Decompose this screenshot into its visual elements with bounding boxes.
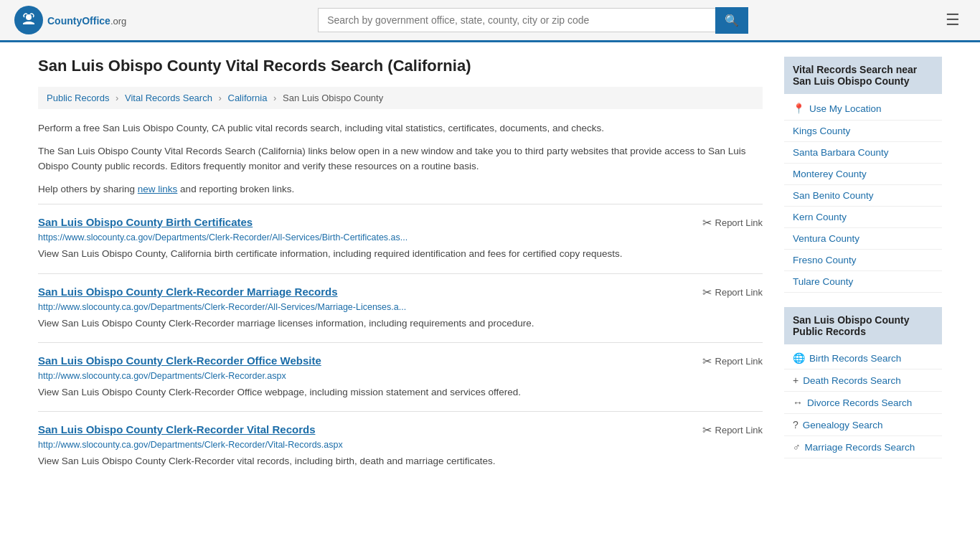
public-record-link-3[interactable]: ?Genealogy Search <box>784 414 942 436</box>
result-title-3[interactable]: San Luis Obispo County Clerk-Recorder Vi… <box>38 423 315 435</box>
public-record-link-1[interactable]: +Death Records Search <box>784 369 942 392</box>
public-record-link-0[interactable]: 🌐Birth Records Search <box>784 347 942 369</box>
result-item: San Luis Obispo County Clerk-Recorder Ma… <box>38 273 763 342</box>
public-records-section: San Luis Obispo County Public Records 🌐B… <box>784 307 942 458</box>
public-records-links: 🌐Birth Records Search+Death Records Sear… <box>784 347 942 458</box>
breadcrumb-vital-records[interactable]: Vital Records Search <box>125 93 212 103</box>
nearby-header: Vital Records Search near San Luis Obisp… <box>784 57 942 94</box>
description-1: Perform a free San Luis Obispo County, C… <box>38 121 763 136</box>
report-link-1[interactable]: ✂ Report Link <box>702 286 763 299</box>
result-header: San Luis Obispo County Clerk-Recorder Ma… <box>38 286 763 299</box>
nearby-county-1[interactable]: Santa Barbara County <box>784 142 942 164</box>
public-record-label-1: Death Records Search <box>803 375 901 386</box>
nearby-counties: Kings CountySanta Barbara CountyMonterey… <box>784 121 942 293</box>
divorce-icon: ↔ <box>793 397 803 408</box>
report-icon-2: ✂ <box>702 354 712 368</box>
report-link-3[interactable]: ✂ Report Link <box>702 423 763 437</box>
public-record-link-2[interactable]: ↔Divorce Records Search <box>784 392 942 414</box>
nearby-county-6[interactable]: Fresno County <box>784 250 942 271</box>
report-icon-3: ✂ <box>702 423 712 437</box>
result-title-1[interactable]: San Luis Obispo County Clerk-Recorder Ma… <box>38 286 338 298</box>
page-title: San Luis Obispo County Vital Records Sea… <box>38 57 763 75</box>
site-header: CountyOffice.org 🔍 ☰ <box>0 0 980 42</box>
location-icon: 📍 <box>793 103 805 114</box>
content-area: San Luis Obispo County Vital Records Sea… <box>38 57 763 480</box>
result-header: San Luis Obispo County Clerk-Recorder Of… <box>38 354 763 368</box>
public-records-header: San Luis Obispo County Public Records <box>784 307 942 344</box>
description-2: The San Luis Obispo County Vital Records… <box>38 143 763 174</box>
main-container: San Luis Obispo County Vital Records Sea… <box>24 42 956 494</box>
search-button[interactable]: 🔍 <box>715 7 748 34</box>
result-title-0[interactable]: San Luis Obispo County Birth Certificate… <box>38 216 253 228</box>
nearby-county-3[interactable]: San Benito County <box>784 185 942 207</box>
logo-area: CountyOffice.org <box>14 6 126 34</box>
report-label-2: Report Link <box>715 356 763 367</box>
breadcrumb: Public Records › Vital Records Search › … <box>38 87 763 109</box>
breadcrumb-public-records[interactable]: Public Records <box>47 93 109 103</box>
report-label-0: Report Link <box>715 217 763 228</box>
result-header: San Luis Obispo County Birth Certificate… <box>38 216 763 230</box>
nearby-county-2[interactable]: Monterey County <box>784 164 942 185</box>
report-icon-0: ✂ <box>702 216 712 230</box>
birth-icon: 🌐 <box>793 352 805 364</box>
death-icon: + <box>793 375 798 386</box>
public-record-label-0: Birth Records Search <box>809 353 901 364</box>
search-input[interactable] <box>318 8 715 32</box>
menu-button[interactable]: ☰ <box>940 8 966 32</box>
public-record-label-4: Marriage Records Search <box>805 442 915 453</box>
breadcrumb-current: San Luis Obispo County <box>283 93 383 103</box>
logo-icon <box>14 6 43 34</box>
result-header: San Luis Obispo County Clerk-Recorder Vi… <box>38 423 763 437</box>
result-desc-0: View San Luis Obispo County, California … <box>38 247 763 261</box>
report-label-1: Report Link <box>715 287 763 298</box>
report-link-2[interactable]: ✂ Report Link <box>702 354 763 368</box>
marriage-icon: ♂ <box>793 441 801 453</box>
result-url-2[interactable]: http://www.slocounty.ca.gov/Departments/… <box>38 371 763 381</box>
result-url-3[interactable]: http://www.slocounty.ca.gov/Departments/… <box>38 440 763 450</box>
result-title-2[interactable]: San Luis Obispo County Clerk-Recorder Of… <box>38 354 321 367</box>
public-record-link-4[interactable]: ♂Marriage Records Search <box>784 436 942 458</box>
result-item: San Luis Obispo County Clerk-Recorder Of… <box>38 342 763 411</box>
description-3: Help others by sharing new links and rep… <box>38 182 763 197</box>
report-label-3: Report Link <box>715 425 763 435</box>
result-desc-3: View San Luis Obispo County Clerk-Record… <box>38 454 763 468</box>
result-url-1[interactable]: http://www.slocounty.ca.gov/Departments/… <box>38 302 763 312</box>
use-location-link[interactable]: 📍 Use My Location <box>784 97 942 121</box>
nearby-section: Vital Records Search near San Luis Obisp… <box>784 57 942 293</box>
svg-point-0 <box>26 14 32 20</box>
search-area: 🔍 <box>318 7 748 34</box>
nearby-county-5[interactable]: Ventura County <box>784 228 942 250</box>
report-icon-1: ✂ <box>702 286 712 299</box>
nearby-county-0[interactable]: Kings County <box>784 121 942 142</box>
report-link-0[interactable]: ✂ Report Link <box>702 216 763 230</box>
result-item: San Luis Obispo County Birth Certificate… <box>38 204 763 273</box>
use-location-label: Use My Location <box>809 103 882 114</box>
result-desc-1: View San Luis Obispo County Clerk-Record… <box>38 316 763 331</box>
public-record-label-2: Divorce Records Search <box>807 397 912 408</box>
new-links[interactable]: new links <box>138 184 178 194</box>
result-item: San Luis Obispo County Clerk-Recorder Vi… <box>38 411 763 480</box>
breadcrumb-california[interactable]: California <box>228 93 268 103</box>
result-url-0[interactable]: https://www.slocounty.ca.gov/Departments… <box>38 232 763 242</box>
sidebar: Vital Records Search near San Luis Obisp… <box>784 57 942 480</box>
results-container: San Luis Obispo County Birth Certificate… <box>38 204 763 480</box>
result-desc-2: View San Luis Obispo County Clerk-Record… <box>38 385 763 400</box>
nearby-county-4[interactable]: Kern County <box>784 207 942 228</box>
genealogy-icon: ? <box>793 419 798 430</box>
public-record-label-3: Genealogy Search <box>803 420 883 430</box>
logo-text: CountyOffice.org <box>47 13 126 28</box>
nearby-county-7[interactable]: Tulare County <box>784 271 942 293</box>
